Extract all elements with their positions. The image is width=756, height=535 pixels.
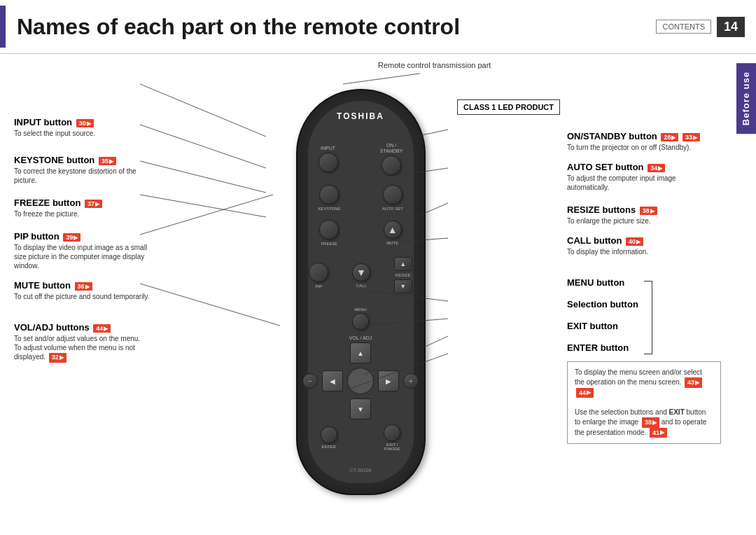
badge-resize: 38 <box>640 207 657 215</box>
badge-onstandby: 28 <box>661 133 678 141</box>
remote-row2: KEYSTONE AUTO SET <box>298 185 424 211</box>
pip-btn-group: PIP <box>309 263 328 289</box>
menu-group-area: MENU button Selection button EXIT button… <box>567 277 728 354</box>
mute-remote-btn[interactable]: ▲ <box>384 221 402 239</box>
badge-voladj: 44 <box>93 324 111 333</box>
label-title-mute: MUTE button 36 <box>14 280 154 291</box>
label-title-autoset: AUTO SET button 34 <box>567 162 728 172</box>
mute-btn-label: MUTE <box>386 241 398 245</box>
resize-up-btn[interactable]: ▲ <box>394 257 412 271</box>
label-desc-keystone: To correct the keystone distortion of th… <box>14 167 154 185</box>
menu-labels-list: MENU button Selection button EXIT button… <box>567 277 638 353</box>
exit-remote-btn[interactable] <box>384 424 400 441</box>
input-btn-group: INPUT <box>318 146 338 172</box>
pip-remote-btn[interactable] <box>309 263 328 282</box>
badge-freeze: 37 <box>85 200 102 208</box>
call-btn-label: CALL <box>356 284 366 288</box>
label-desc-autoset: To adjust the computer input imageautoma… <box>567 174 728 192</box>
page-title: Names of each part on the remote control <box>17 14 656 40</box>
menu-btn-label: MENU <box>354 307 367 312</box>
call-chevron-down: ▼ <box>356 267 366 278</box>
plus-btn[interactable]: + <box>403 373 419 389</box>
mute-chevron-up: ▲ <box>388 224 398 235</box>
freeze-remote-btn[interactable] <box>319 220 339 239</box>
input-remote-btn[interactable] <box>318 153 338 172</box>
remote-row1: INPUT ON /STANDBY <box>298 143 424 175</box>
header-accent <box>0 6 6 48</box>
dpad-right-btn[interactable]: ▶ <box>378 370 399 391</box>
page-header: Names of each part on the remote control… <box>0 0 756 54</box>
autoset-btn-group: AUTO SET <box>382 185 403 211</box>
remote-container: Remote control transmission part TOSHIBA… <box>154 61 567 535</box>
label-desc-call: To display the information. <box>567 247 728 256</box>
r-label-enter: ENTER button <box>567 342 638 353</box>
dpad-up-btn[interactable]: ▲ <box>350 342 371 363</box>
r-label-menu: MENU button <box>567 277 638 288</box>
voladj-remote-label: VOL / ADJ <box>349 335 372 340</box>
remote-bottom-row: ENTER EXIT /P.MODE <box>298 424 424 452</box>
badge-input: 30 <box>76 119 94 127</box>
label-title-pip: PIP button 39 <box>14 231 154 242</box>
remote-control: TOSHIBA INPUT ON /STANDBY KEYSTONE <box>296 89 426 495</box>
exit-btn-label: EXIT /P.MODE <box>384 443 400 452</box>
keystone-remote-btn[interactable] <box>319 185 339 204</box>
resize-down-btn[interactable]: ▼ <box>394 279 412 293</box>
r-label-autoset: AUTO SET button 34 To adjust the compute… <box>567 162 728 192</box>
dpad-center[interactable] <box>347 368 374 394</box>
header-right: CONTENTS 14 <box>656 17 745 37</box>
call-remote-btn[interactable]: ▼ <box>352 263 370 282</box>
label-title-freeze: FREEZE button 37 <box>14 197 154 208</box>
bottom-info-box: To display the menu screen and/or select… <box>567 361 721 444</box>
remote-row4: PIP ▼ CALL ▲ RESIZE ▼ <box>298 257 424 293</box>
badge-keystone: 35 <box>99 157 116 165</box>
onstandby-remote-btn[interactable] <box>382 155 401 175</box>
autoset-remote-btn[interactable] <box>383 185 402 204</box>
autoset-btn-label: AUTO SET <box>382 207 403 211</box>
label-block-pip: PIP button 39 To display the video input… <box>14 231 154 270</box>
r-label-resize: RESIZE buttons 38 To enlarge the picture… <box>567 204 728 225</box>
label-desc-voladj: To set and/or adjust values on the menu.… <box>14 334 154 363</box>
label-desc-pip: To display the video input image as a sm… <box>14 243 154 270</box>
minus-btn[interactable]: − <box>302 373 318 389</box>
label-desc-resize: To enlarge the picture size. <box>567 216 728 225</box>
badge-voladj2: 32 <box>49 353 66 363</box>
contents-badge[interactable]: CONTENTS <box>656 20 711 34</box>
pip-btn-label: PIP <box>315 284 322 289</box>
right-labels-column: ON/STANDBY button 28 33 To turn the proj… <box>567 61 728 535</box>
toshiba-logo: TOSHIBA <box>337 111 384 121</box>
menu-remote-btn[interactable] <box>352 313 369 330</box>
main-content: INPUT button 30 To select the input sour… <box>0 54 756 535</box>
minus-icon: − <box>303 374 317 388</box>
r-label-call: CALL button 40 To display the informatio… <box>567 235 728 256</box>
dpad-down-btn[interactable]: ▼ <box>350 398 371 419</box>
badge-call: 40 <box>626 237 643 246</box>
enter-remote-btn[interactable] <box>321 426 337 443</box>
enter-btn-label: ENTER <box>322 445 336 449</box>
bracket-right <box>644 281 652 354</box>
dpad-left-btn[interactable]: ◀ <box>322 370 343 391</box>
label-block-input: INPUT button 30 To select the input sour… <box>14 117 154 138</box>
page-number: 14 <box>717 17 745 37</box>
transmission-note: Remote control transmission part <box>378 61 491 69</box>
freeze-btn-group: FREEZE <box>319 220 339 246</box>
r-label-onstandby: ON/STANDBY button 28 33 To turn the proj… <box>567 131 728 152</box>
badge-onstandby2: 33 <box>682 133 700 141</box>
freeze-btn-label: FREEZE <box>321 242 337 246</box>
onstandby-btn-group: ON /STANDBY <box>380 143 403 175</box>
exit-btn-group: EXIT /P.MODE <box>384 424 400 452</box>
label-title-call: CALL button 40 <box>567 235 728 246</box>
r-label-selection: Selection button <box>567 299 638 310</box>
input-btn-label: INPUT <box>321 146 335 151</box>
label-desc-onstandby: To turn the projector on or off (Standby… <box>567 143 728 152</box>
remote-row3: FREEZE ▲ MUTE <box>298 220 424 246</box>
bottom-line1: To display the menu screen and/or select… <box>575 368 702 386</box>
badge-present41: 41 <box>650 428 667 438</box>
label-desc-mute: To cut off the picture and sound tempora… <box>14 292 154 301</box>
resize-label: RESIZE <box>396 273 411 277</box>
class1-badge: CLASS 1 LED PRODUCT <box>457 99 560 115</box>
label-title-voladj: VOL/ADJ buttons 44 <box>14 322 154 333</box>
left-labels-column: INPUT button 30 To select the input sour… <box>14 61 154 535</box>
enter-btn-group: ENTER <box>321 426 337 449</box>
spacer-top <box>567 75 728 96</box>
input-bold: INPUT <box>14 117 41 127</box>
